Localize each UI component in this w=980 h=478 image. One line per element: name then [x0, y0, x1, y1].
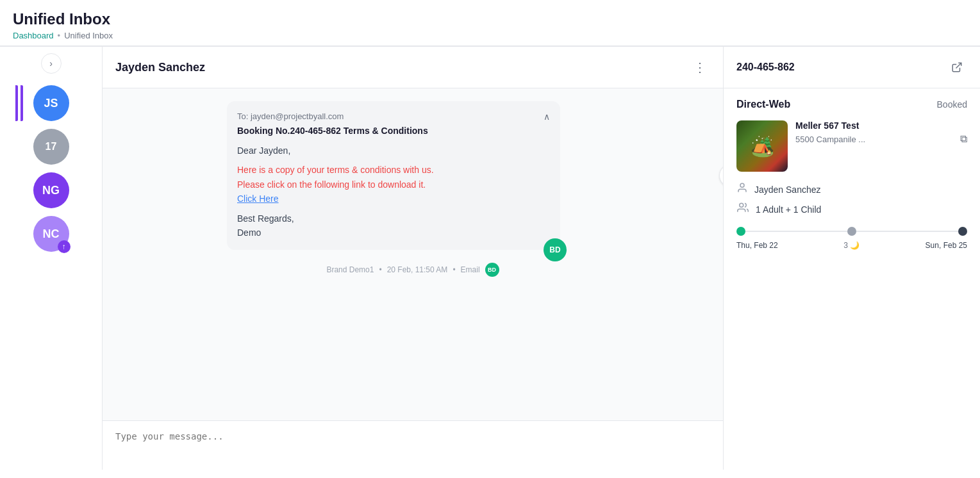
page-header: Unified Inbox Dashboard • Unified Inbox — [0, 0, 980, 46]
breadcrumb-current: Unified Inbox — [64, 31, 113, 40]
dates-timeline — [736, 227, 967, 236]
guest-name: Jayden Sanchez — [754, 185, 821, 195]
timeline-line-left — [745, 231, 847, 232]
avatar-upload-button[interactable]: ↑ — [58, 240, 71, 253]
conversation-menu-button[interactable]: ⋮ — [690, 57, 710, 78]
people-icon — [736, 202, 749, 217]
message-line2: Please click on the following link to do… — [237, 177, 550, 192]
breadcrumb-separator: • — [58, 31, 61, 40]
right-panel-content: Direct-Web Booked Meller 567 Test 5500 C… — [724, 88, 980, 260]
dates-section: Thu, Feb 22 3 🌙 Sun, Feb 25 — [736, 227, 967, 250]
meta-separator1: • — [379, 265, 381, 274]
guest-party: 1 Adult + 1 Child — [756, 204, 821, 215]
booking-status-row: Direct-Web Booked — [736, 99, 967, 110]
svg-point-2 — [740, 203, 743, 207]
checkout-dot — [958, 227, 967, 236]
checkin-date: Thu, Feb 22 — [736, 241, 778, 250]
copy-address-button[interactable]: ⧉ — [960, 133, 967, 145]
conversation-area: Jayden Sanchez ⋮ To: jayden@projectbyall… — [103, 47, 724, 470]
external-link-button[interactable] — [947, 57, 967, 78]
sender-avatar: BD — [544, 238, 567, 261]
message-signature: Demo — [237, 226, 550, 240]
right-panel-header: 240-465-862 — [724, 47, 980, 88]
breadcrumb-home[interactable]: Dashboard — [13, 31, 54, 40]
message-closing: Best Regards, — [237, 211, 550, 226]
breadcrumb: Dashboard • Unified Inbox — [13, 31, 967, 40]
checkout-date: Sun, Feb 25 — [926, 241, 967, 250]
avatar-circle-ng: NG — [33, 172, 69, 208]
message-body: Dear Jayden, Here is a copy of your term… — [237, 144, 550, 240]
avatar-sidebar: › JS 17 NG NC ↑ — [0, 47, 103, 470]
nights-badge: 3 🌙 — [843, 241, 860, 250]
right-panel: 240-465-862 Direct-Web Booked Meller 567… — [724, 47, 980, 470]
avatar-item-ng[interactable]: NG — [33, 172, 69, 208]
avatar-item-nc[interactable]: NC ↑ — [33, 216, 69, 252]
property-address: 5500 Campanile ... ⧉ — [795, 133, 967, 145]
svg-line-0 — [956, 63, 961, 68]
property-card: Meller 567 Test 5500 Campanile ... ⧉ — [736, 120, 967, 172]
guest-party-row: 1 Adult + 1 Child — [736, 202, 967, 217]
page-title: Unified Inbox — [13, 10, 967, 28]
message-meta: Brand Demo1 • 20 Feb, 11:50 AM • Email B… — [115, 263, 710, 277]
booking-number: 240-465-862 — [736, 62, 795, 73]
message-wrapper: To: jayden@projectbyall.com ∧ Booking No… — [115, 101, 710, 250]
message-sender: Brand Demo1 — [326, 265, 374, 274]
person-icon — [736, 182, 748, 197]
message-input-area — [103, 420, 723, 470]
svg-point-1 — [740, 183, 744, 187]
guest-name-row: Jayden Sanchez — [736, 182, 967, 197]
avatar-circle-17: 17 — [33, 129, 69, 165]
meta-separator2: • — [453, 265, 455, 274]
message-bubble: To: jayden@projectbyall.com ∧ Booking No… — [227, 101, 560, 250]
property-image — [736, 120, 788, 172]
guest-info: Jayden Sanchez 1 Adult + 1 Child — [736, 182, 967, 217]
checkin-dot — [736, 227, 745, 236]
sidebar-toggle-button[interactable]: › — [41, 53, 62, 74]
collapse-icon[interactable]: ∧ — [544, 111, 550, 122]
avatar-item-17[interactable]: 17 — [33, 129, 69, 165]
message-input[interactable] — [115, 431, 710, 457]
dates-labels: Thu, Feb 22 3 🌙 Sun, Feb 25 — [736, 241, 967, 250]
message-subject: Booking No.240-465-862 Terms & Condition… — [237, 126, 550, 136]
booking-status: Booked — [937, 99, 967, 110]
timeline-line-right — [856, 231, 958, 232]
conversation-contact-name: Jayden Sanchez — [115, 61, 205, 74]
property-info: Meller 567 Test 5500 Campanile ... ⧉ — [795, 120, 967, 145]
avatar-item-js[interactable]: JS — [33, 85, 69, 121]
expand-message-button[interactable]: › — [719, 164, 723, 187]
booking-source: Direct-Web — [736, 99, 790, 110]
message-to: To: jayden@projectbyall.com ∧ — [237, 111, 550, 122]
property-name: Meller 567 Test — [795, 120, 967, 131]
midpoint-dot — [847, 227, 856, 236]
message-link[interactable]: Click Here — [237, 192, 550, 206]
conversation-header: Jayden Sanchez ⋮ — [103, 47, 723, 88]
message-channel: Email — [461, 265, 480, 274]
message-date: 20 Feb, 11:50 AM — [387, 265, 448, 274]
meta-avatar: BD — [485, 263, 499, 277]
avatar-circle-js: JS — [33, 85, 69, 121]
messages-container: To: jayden@projectbyall.com ∧ Booking No… — [103, 88, 723, 420]
main-layout: › JS 17 NG NC ↑ Jayden Sanchez — [0, 46, 980, 470]
message-line1: Here is a copy of your terms & condition… — [237, 163, 550, 177]
message-greeting: Dear Jayden, — [237, 144, 550, 158]
